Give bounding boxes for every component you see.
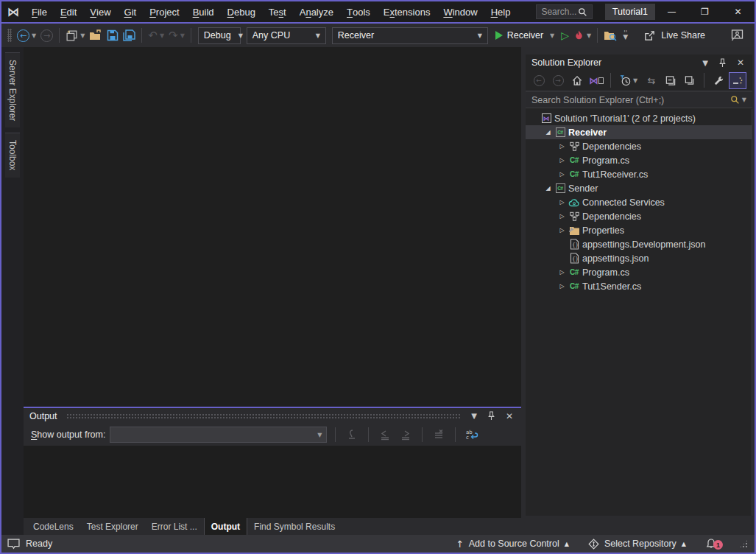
bottom-tab-test-explorer[interactable]: Test Explorer bbox=[80, 518, 145, 535]
close-button[interactable]: ✕ bbox=[721, 1, 755, 22]
tree-item-sender[interactable]: ◢C#Sender bbox=[526, 181, 752, 195]
se-home-button[interactable] bbox=[568, 72, 586, 89]
se-back-button[interactable]: ← bbox=[530, 72, 548, 89]
menu-item-view[interactable]: View bbox=[83, 1, 117, 22]
expander-expanded-icon[interactable]: ◢ bbox=[543, 185, 554, 192]
tree-item-program.cs[interactable]: ▷C#Program.cs bbox=[526, 265, 752, 279]
se-properties-button[interactable] bbox=[710, 72, 727, 89]
global-search-input[interactable]: Search... bbox=[536, 4, 592, 19]
se-collapse-all-button[interactable] bbox=[662, 72, 679, 89]
expander-expanded-icon[interactable]: ◢ bbox=[543, 129, 554, 136]
menu-item-git[interactable]: Git bbox=[118, 1, 144, 22]
notifications-button[interactable]: 1 bbox=[705, 537, 720, 550]
tree-item-dependencies[interactable]: ▷Dependencies bbox=[526, 209, 752, 223]
add-to-source-control-button[interactable]: ↑ Add to Source Control ▲ bbox=[456, 539, 569, 550]
solution-explorer-close-button[interactable]: ✕ bbox=[735, 57, 746, 68]
tree-item-dependencies[interactable]: ▷Dependencies bbox=[526, 139, 752, 153]
start-debugging-button[interactable]: Receiver ▼ bbox=[491, 26, 559, 45]
feedback-button[interactable] bbox=[729, 26, 746, 45]
expander-collapsed-icon[interactable]: ▷ bbox=[557, 143, 568, 150]
tree-item-program.cs[interactable]: ▷C#Program.cs bbox=[526, 153, 752, 167]
output-pin-button[interactable] bbox=[485, 411, 498, 421]
output-window-position-button[interactable]: ▼ bbox=[469, 412, 479, 420]
solution-explorer-search-input[interactable]: Search Solution Explorer (Ctrl+;) ▼ bbox=[526, 91, 752, 108]
toolbar-separator bbox=[455, 427, 456, 442]
tree-item-tut1sender.cs[interactable]: ▷C#Tut1Sender.cs bbox=[526, 279, 752, 293]
expander-collapsed-icon[interactable]: ▷ bbox=[557, 283, 568, 290]
menu-item-help[interactable]: Help bbox=[484, 1, 517, 22]
redo-button[interactable]: ↷▼ bbox=[166, 26, 187, 45]
new-project-button[interactable]: ▼ bbox=[63, 26, 87, 45]
menu-item-extensions[interactable]: Extensions bbox=[377, 1, 437, 22]
hot-reload-button[interactable]: ▼ bbox=[571, 26, 593, 45]
solution-explorer-pin-button[interactable] bbox=[716, 58, 729, 68]
left-tab-server-explorer[interactable]: Server Explorer bbox=[5, 52, 20, 127]
menu-item-tools[interactable]: Tools bbox=[340, 1, 377, 22]
panel-drag-texture[interactable] bbox=[66, 413, 461, 418]
tree-item-connected-services[interactable]: ▷Connected Services bbox=[526, 195, 752, 209]
previous-message-button[interactable] bbox=[377, 427, 393, 443]
menu-item-analyze[interactable]: Analyze bbox=[293, 1, 340, 22]
editor-empty-area[interactable] bbox=[24, 47, 521, 407]
expander-collapsed-icon[interactable]: ▷ bbox=[557, 157, 568, 164]
solution-platform-combo[interactable]: Any CPU▼ bbox=[247, 27, 326, 44]
expander-collapsed-icon[interactable]: ▷ bbox=[557, 227, 568, 234]
se-switch-views-button[interactable]: ⋈ bbox=[587, 72, 605, 89]
tree-item-properties[interactable]: ▷Properties bbox=[526, 223, 752, 237]
window-resize-grip[interactable] bbox=[739, 539, 749, 549]
toolbar-overflow-button[interactable]: ''▼ bbox=[619, 32, 632, 39]
maximize-button[interactable]: ❐ bbox=[688, 1, 721, 22]
undo-button[interactable]: ↶▼ bbox=[146, 26, 166, 45]
output-content-area[interactable] bbox=[24, 446, 521, 518]
menu-item-window[interactable]: Window bbox=[437, 1, 484, 22]
solution-explorer-title-bar[interactable]: Solution Explorer ▼ ✕ bbox=[526, 55, 752, 71]
select-repository-button[interactable]: Select Repository ▲ bbox=[588, 539, 686, 550]
tree-item-appsettings.development.json[interactable]: {}appsettings.Development.json bbox=[526, 237, 752, 251]
save-all-button[interactable] bbox=[121, 26, 138, 45]
menu-item-build[interactable]: Build bbox=[186, 1, 221, 22]
navigate-back-button[interactable]: ←▼ bbox=[15, 26, 38, 45]
se-sync-with-active-document-button[interactable]: ⇆ bbox=[643, 72, 660, 89]
output-close-button[interactable]: ✕ bbox=[504, 411, 515, 421]
se-forward-button[interactable]: → bbox=[549, 72, 567, 89]
menu-item-debug[interactable]: Debug bbox=[221, 1, 262, 22]
bottom-tab-codelens[interactable]: CodeLens bbox=[27, 518, 80, 535]
expander-collapsed-icon[interactable]: ▷ bbox=[557, 269, 568, 276]
menu-item-test[interactable]: Test bbox=[262, 1, 293, 22]
menu-item-project[interactable]: Project bbox=[143, 1, 186, 22]
bottom-tab-output[interactable]: Output bbox=[204, 518, 247, 535]
save-button[interactable] bbox=[105, 26, 121, 45]
solution-explorer-position-button[interactable]: ▼ bbox=[700, 59, 710, 67]
output-source-combo[interactable]: ▼ bbox=[110, 427, 327, 443]
toolbar-drag-grip[interactable] bbox=[7, 29, 12, 42]
goto-message-button[interactable] bbox=[344, 427, 360, 443]
startup-project-combo[interactable]: Receiver▼ bbox=[332, 27, 488, 44]
left-tab-toolbox[interactable]: Toolbox bbox=[5, 133, 20, 177]
solution-configuration-combo[interactable]: Debug▼ bbox=[198, 27, 241, 44]
live-share-button[interactable]: Live Share bbox=[637, 30, 711, 41]
navigate-forward-button[interactable]: → bbox=[38, 26, 55, 45]
tree-item-tut1receiver.cs[interactable]: ▷C#Tut1Receiver.cs bbox=[526, 167, 752, 181]
expander-collapsed-icon[interactable]: ▷ bbox=[557, 171, 568, 178]
tree-item-receiver[interactable]: ◢C#Receiver bbox=[526, 125, 752, 139]
menu-item-file[interactable]: File bbox=[25, 1, 54, 22]
tree-item-appsettings.json[interactable]: {}appsettings.json bbox=[526, 251, 752, 265]
start-without-debugging-button[interactable]: ▷ bbox=[559, 26, 571, 45]
se-show-all-files-button[interactable] bbox=[681, 72, 699, 89]
bottom-tab-error-list[interactable]: Error List ... bbox=[145, 518, 204, 535]
minimize-button[interactable]: — bbox=[655, 1, 688, 22]
menu-item-edit[interactable]: Edit bbox=[54, 1, 83, 22]
clear-all-button[interactable] bbox=[431, 427, 447, 443]
tree-item-solution-tutorial1-2-of-2-projects[interactable]: ⋈Solution 'Tutorial1' (2 of 2 projects) bbox=[526, 111, 752, 125]
se-pending-changes-filter-button[interactable]: ▼ bbox=[616, 72, 641, 89]
find-in-files-button[interactable] bbox=[601, 26, 619, 45]
expander-collapsed-icon[interactable]: ▷ bbox=[557, 213, 568, 220]
search-options-chevron[interactable]: ▼ bbox=[742, 97, 746, 103]
expander-collapsed-icon[interactable]: ▷ bbox=[557, 199, 568, 206]
open-file-button[interactable] bbox=[87, 26, 105, 45]
next-message-button[interactable] bbox=[398, 427, 414, 443]
se-preview-selected-items-button[interactable] bbox=[729, 72, 746, 89]
bottom-tab-find-symbol-results[interactable]: Find Symbol Results bbox=[247, 518, 342, 535]
output-title-bar[interactable]: Output ▼ ✕ bbox=[24, 408, 521, 424]
word-wrap-toggle[interactable]: abc bbox=[464, 427, 480, 443]
